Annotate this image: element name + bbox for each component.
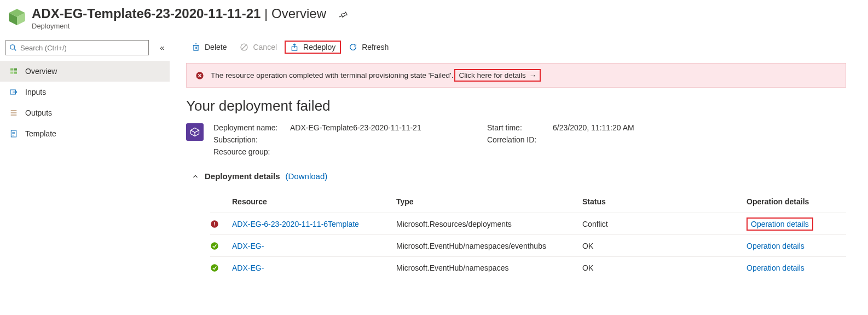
details-title: Deployment details bbox=[205, 171, 280, 181]
svg-rect-17 bbox=[194, 45, 198, 50]
lbl-subscription: Subscription: bbox=[213, 135, 290, 144]
type-cell: Microsoft.EventHub/namespaces/eventhubs bbox=[396, 242, 582, 250]
sidebar-item-template[interactable]: Template bbox=[0, 123, 170, 144]
cancel-button: Cancel bbox=[234, 41, 282, 54]
failure-heading: Your deployment failed bbox=[186, 98, 868, 114]
redeploy-button[interactable]: Redeploy bbox=[285, 41, 341, 54]
banner-message: The resource operation completed with te… bbox=[211, 71, 453, 79]
sidebar-item-label: Outputs bbox=[25, 108, 52, 117]
chevron-up-icon bbox=[192, 173, 199, 180]
deployment-badge-icon bbox=[186, 123, 204, 141]
search-input[interactable] bbox=[20, 44, 145, 52]
error-icon bbox=[210, 220, 232, 228]
sidebar-item-label: Overview bbox=[25, 67, 57, 76]
svg-marker-28 bbox=[191, 128, 199, 133]
operation-details-link[interactable]: Operation details bbox=[747, 264, 805, 272]
val-subscription bbox=[290, 135, 487, 144]
delete-label: Delete bbox=[205, 43, 227, 51]
search-icon bbox=[9, 44, 17, 51]
lbl-resource-group: Resource group: bbox=[213, 147, 290, 156]
search-input-wrapper[interactable] bbox=[5, 40, 149, 55]
lbl-deployment-name: Deployment name: bbox=[213, 123, 290, 132]
svg-rect-32 bbox=[214, 225, 215, 226]
svg-rect-7 bbox=[10, 72, 13, 74]
sidebar-item-outputs[interactable]: Outputs bbox=[0, 102, 170, 123]
deployment-metadata: Deployment name: ADX-EG-Template6-23-202… bbox=[213, 123, 690, 156]
type-cell: Microsoft.EventHub/namespaces bbox=[396, 264, 582, 272]
table-header: Resource Type Status Operation details bbox=[210, 191, 846, 213]
col-type: Type bbox=[396, 197, 582, 206]
details-table: Resource Type Status Operation details A… bbox=[210, 191, 846, 278]
template-icon bbox=[9, 129, 19, 138]
status-cell: OK bbox=[582, 242, 747, 250]
banner-details-link[interactable]: Click here for details → bbox=[454, 69, 541, 82]
inputs-icon bbox=[9, 88, 19, 96]
page-title: ADX-EG-Template6-23-2020-11-11-21 | Over… bbox=[32, 5, 326, 22]
svg-rect-31 bbox=[214, 222, 215, 225]
page-subtitle: Deployment bbox=[32, 22, 326, 30]
success-icon bbox=[210, 264, 232, 272]
outputs-icon bbox=[9, 108, 19, 117]
operation-details-link[interactable]: Operation details bbox=[747, 242, 805, 250]
col-status: Status bbox=[582, 197, 747, 206]
download-link[interactable]: (Download) bbox=[286, 171, 328, 181]
sidebar: « Overview Inputs Outputs Template bbox=[0, 33, 170, 289]
deployment-details-header[interactable]: Deployment details (Download) bbox=[192, 171, 868, 181]
operation-details-link[interactable]: Operation details bbox=[747, 217, 813, 231]
error-banner: The resource operation completed with te… bbox=[186, 63, 846, 88]
lbl-correlation: Correlation ID: bbox=[487, 135, 553, 144]
type-cell: Microsoft.Resources/deployments bbox=[396, 220, 582, 228]
collapse-sidebar-button[interactable]: « bbox=[160, 43, 164, 52]
col-operation-details: Operation details bbox=[747, 197, 834, 206]
val-resource-group bbox=[290, 147, 487, 156]
val-start-time: 6/23/2020, 11:11:20 AM bbox=[553, 123, 690, 132]
resource-link[interactable]: ADX-EG- bbox=[232, 264, 396, 272]
status-cell: Conflict bbox=[582, 220, 747, 228]
table-row: ADX-EG-6-23-2020-11-11-6TemplateMicrosof… bbox=[210, 213, 846, 234]
svg-point-34 bbox=[211, 264, 218, 271]
cancel-label: Cancel bbox=[253, 43, 277, 51]
resource-link[interactable]: ADX-EG-6-23-2020-11-11-6Template bbox=[232, 220, 396, 228]
error-icon bbox=[195, 71, 204, 80]
pin-icon[interactable] bbox=[338, 10, 348, 20]
resource-cube-icon bbox=[8, 8, 26, 26]
main-content: Delete Cancel Redeploy Refresh bbox=[170, 33, 868, 289]
sidebar-item-overview[interactable]: Overview bbox=[0, 61, 170, 82]
svg-line-4 bbox=[14, 49, 16, 51]
page-header: ADX-EG-Template6-23-2020-11-11-21 | Over… bbox=[0, 0, 868, 33]
sidebar-item-inputs[interactable]: Inputs bbox=[0, 82, 170, 102]
svg-line-23 bbox=[242, 45, 246, 49]
refresh-button[interactable]: Refresh bbox=[343, 41, 394, 54]
col-resource: Resource bbox=[232, 197, 396, 206]
status-cell: OK bbox=[582, 264, 747, 272]
arrow-right-icon: → bbox=[529, 71, 537, 79]
val-deployment-name: ADX-EG-Template6-23-2020-11-11-21 bbox=[290, 123, 487, 132]
svg-rect-8 bbox=[14, 72, 17, 74]
redeploy-icon bbox=[290, 43, 299, 51]
svg-point-33 bbox=[211, 242, 218, 249]
refresh-label: Refresh bbox=[362, 43, 389, 51]
trash-icon bbox=[192, 43, 200, 51]
table-row: ADX-EG-Microsoft.EventHub/namespacesOKOp… bbox=[210, 256, 846, 278]
svg-rect-6 bbox=[14, 68, 17, 71]
svg-rect-5 bbox=[10, 68, 13, 71]
overview-icon bbox=[9, 67, 19, 76]
delete-button[interactable]: Delete bbox=[186, 41, 232, 54]
svg-point-3 bbox=[10, 45, 15, 49]
redeploy-label: Redeploy bbox=[303, 43, 335, 51]
success-icon bbox=[210, 242, 232, 250]
sidebar-item-label: Template bbox=[25, 129, 56, 138]
refresh-icon bbox=[349, 43, 357, 51]
cancel-icon bbox=[240, 43, 248, 51]
sidebar-item-label: Inputs bbox=[25, 88, 46, 96]
command-bar: Delete Cancel Redeploy Refresh bbox=[186, 33, 868, 61]
resource-link[interactable]: ADX-EG- bbox=[232, 242, 396, 250]
val-correlation bbox=[553, 135, 690, 144]
lbl-start-time: Start time: bbox=[487, 123, 553, 132]
table-row: ADX-EG-Microsoft.EventHub/namespaces/eve… bbox=[210, 234, 846, 256]
